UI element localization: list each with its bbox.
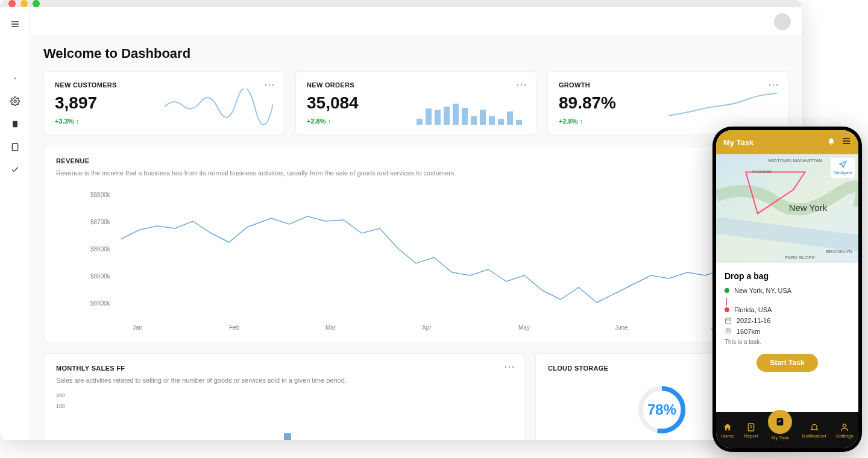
nav-label: Settings [836, 433, 854, 439]
x-tick: Apr [422, 324, 432, 331]
stat-card-growth: GROWTH 89.87% +2.8% ↑ ⋯ [547, 71, 788, 135]
bell-icon[interactable] [827, 137, 835, 148]
x-tick: Jan [133, 324, 142, 331]
location-icon [725, 328, 732, 335]
sidebar-item-dashboard[interactable] [10, 74, 20, 83]
revenue-chart: $8800k $8700k $8600k $8500k $8400k Jan F… [56, 185, 776, 336]
nav-mytask[interactable]: My Task [768, 421, 792, 441]
close-window-icon[interactable] [8, 0, 16, 7]
revenue-title: REVENUE [56, 157, 776, 165]
monthly-title: MONTHLY SALES FF [56, 365, 512, 372]
nav-notification[interactable]: Notification [802, 422, 826, 439]
task-date-row: 2022-11-16 [725, 317, 850, 324]
main-area: Welcome to Dashboard NEW CUSTOMERS 3,897… [30, 7, 802, 440]
stat-label: NEW CUSTOMERS [55, 81, 117, 89]
phone-screen: My Task New York MIDTOWN MANHATTAN Hobok… [716, 130, 858, 448]
sidebar-item-device[interactable] [10, 142, 20, 152]
sidebar [0, 7, 30, 440]
phone-bottom-nav: Home Report My Task Notification Setting… [716, 412, 858, 448]
monthly-bar [284, 433, 291, 440]
y-tick: 180 [56, 403, 512, 409]
nav-report[interactable]: Report [744, 422, 758, 439]
calendar-icon [725, 317, 732, 324]
task-to: Florida, USA [734, 306, 772, 313]
map-label: BROOKLYN [826, 249, 852, 254]
sparkline-bar [417, 95, 525, 125]
menu-icon[interactable] [841, 136, 851, 148]
sparkline-line [668, 89, 777, 125]
phone-mockup: My Task New York MIDTOWN MANHATTAN Hobok… [712, 127, 862, 452]
svg-point-14 [728, 330, 729, 332]
map-city-label: New York [789, 202, 827, 213]
task-desc: This is a task. [725, 339, 850, 345]
content: Welcome to Dashboard NEW CUSTOMERS 3,897… [30, 36, 802, 440]
desktop-window: Welcome to Dashboard NEW CUSTOMERS 3,897… [0, 0, 802, 440]
stat-value: 35,084 [307, 93, 359, 113]
stat-label: GROWTH [559, 81, 616, 89]
nav-center-icon [768, 410, 792, 434]
menu-icon[interactable] [10, 19, 20, 29]
card-menu-icon[interactable]: ⋯ [768, 78, 779, 91]
task-destination: Florida, USA [725, 306, 850, 313]
y-tick: 200 [56, 392, 512, 398]
monthly-subtitle: Sales are activities related to selling … [56, 377, 512, 384]
route-line [726, 298, 727, 306]
card-menu-icon[interactable]: ⋯ [504, 360, 515, 373]
task-distance: 1607km [737, 328, 760, 335]
stat-card-customers: NEW CUSTOMERS 3,897 +3.3% ↑ ⋯ [43, 71, 285, 135]
map-label: Hoboken [752, 169, 772, 174]
y-tick: $8700k [90, 219, 111, 225]
map-label: PARK SLOPE [785, 255, 815, 260]
x-tick: June [615, 324, 628, 331]
nav-home[interactable]: Home [721, 422, 734, 439]
nav-label: Report [744, 433, 758, 439]
svg-point-19 [843, 424, 846, 427]
card-menu-icon[interactable]: ⋯ [516, 78, 527, 91]
phone-map[interactable]: New York MIDTOWN MANHATTAN Hoboken BROOK… [716, 154, 858, 263]
bottom-row: MONTHLY SALES FF Sales are activities re… [43, 353, 788, 440]
svg-rect-5 [13, 121, 17, 128]
sidebar-item-settings[interactable] [10, 96, 20, 106]
destination-dot-icon [725, 307, 729, 312]
revenue-subtitle: Revenue is the income that a business ha… [56, 169, 776, 177]
task-origin: New York, NY, USA [725, 287, 850, 294]
stat-value: 89.87% [559, 93, 616, 113]
nav-label: Home [721, 433, 734, 439]
app-shell: Welcome to Dashboard NEW CUSTOMERS 3,897… [0, 7, 802, 440]
window-controls [0, 0, 802, 7]
sidebar-item-tasks[interactable] [10, 165, 20, 175]
task-title: Drop a bag [725, 271, 850, 281]
task-distance-row: 1607km [725, 328, 850, 335]
minimize-window-icon[interactable] [20, 0, 28, 7]
start-task-button[interactable]: Start Task [756, 354, 817, 372]
phone-header-title: My Task [723, 138, 753, 147]
x-tick: May [518, 324, 530, 331]
phone-header: My Task [716, 130, 858, 154]
nav-settings[interactable]: Settings [836, 422, 854, 439]
y-tick: $8500k [90, 273, 111, 280]
task-body: Drop a bag New York, NY, USA Florida, US… [716, 263, 858, 412]
svg-rect-12 [726, 318, 731, 324]
revenue-card: REVENUE Revenue is the income that a bus… [43, 146, 788, 342]
sparkline-line [165, 89, 273, 125]
storage-percent: 78% [647, 401, 676, 418]
task-date: 2022-11-16 [737, 317, 770, 324]
x-tick: Feb [229, 324, 240, 331]
svg-point-3 [14, 78, 15, 79]
y-tick: $8800k [90, 192, 111, 198]
stat-card-orders: NEW ORDERS 35,084 +2.8% ↑ ⋯ [295, 71, 536, 135]
maximize-window-icon[interactable] [33, 0, 40, 7]
stats-row: NEW CUSTOMERS 3,897 +3.3% ↑ ⋯ NEW ORDERS [43, 71, 788, 135]
sidebar-item-docs[interactable] [10, 119, 20, 129]
stat-value: 3,897 [55, 93, 117, 113]
svg-point-4 [14, 100, 16, 102]
map-label: MIDTOWN MANHATTAN [768, 158, 822, 163]
y-tick: $8600k [90, 246, 111, 253]
avatar[interactable] [774, 13, 791, 30]
card-menu-icon[interactable]: ⋯ [264, 78, 275, 91]
monthly-sales-card: MONTHLY SALES FF Sales are activities re… [43, 353, 524, 440]
stat-label: NEW ORDERS [307, 81, 359, 89]
navigate-icon[interactable]: Navigate [831, 158, 855, 178]
y-tick: $8400k [90, 300, 111, 307]
svg-rect-18 [777, 418, 784, 425]
